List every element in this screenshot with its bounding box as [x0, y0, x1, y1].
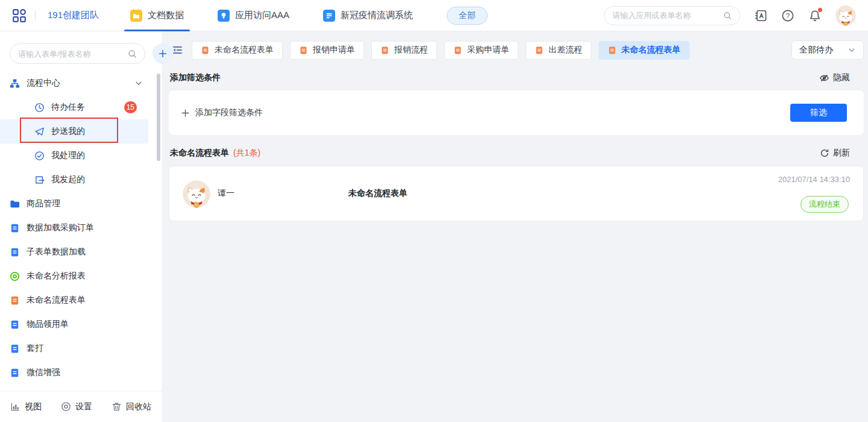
check-circle-icon	[34, 151, 45, 161]
search-icon	[128, 49, 137, 58]
notification-dot	[818, 8, 822, 12]
sidebar-item-label: 物品领用单	[27, 319, 69, 330]
clock-icon	[34, 102, 45, 113]
doc-blue-icon	[10, 247, 20, 257]
all-apps-pill[interactable]: 全部	[447, 7, 488, 25]
chevron-down-icon	[134, 79, 143, 87]
app-doc-yellow-icon	[130, 10, 142, 22]
eye-slash-icon	[819, 73, 829, 83]
trash-icon	[112, 402, 122, 412]
global-search-input[interactable]	[612, 11, 719, 20]
app-tab-covid[interactable]: 新冠疫情流调系统	[323, 0, 413, 31]
sidebar-item-label: 我处理的	[51, 150, 85, 161]
sidebar-item-folder[interactable]: 商品管理	[0, 192, 162, 216]
sidebar-scrollbar[interactable]	[157, 74, 160, 161]
sidebar-item-process-form-clipped[interactable]: 未命名流程表单	[0, 385, 162, 391]
folder-icon	[10, 199, 20, 209]
sidebar-item-report[interactable]: 未命名分析报表	[0, 264, 162, 288]
app-bulb-blue-icon	[218, 10, 230, 22]
contacts-icon[interactable]	[754, 9, 767, 22]
hide-filters-button[interactable]: 隐藏	[819, 72, 850, 83]
report-green-icon	[10, 271, 20, 282]
record-row[interactable]: 谭一 未命名流程表单 2021/07/14 14:33:10 流程结束	[169, 166, 864, 221]
sidebar-item-label: 子表单数据加载	[27, 247, 86, 257]
app-tab-docdata[interactable]: 文档数据	[130, 0, 184, 31]
sidebar-item-cc-to-me[interactable]: 抄送我的	[0, 119, 148, 143]
doc-arrow-icon	[34, 175, 45, 185]
record-status-badge: 流程结束	[800, 196, 849, 213]
form-tab[interactable]: 报销流程	[371, 41, 437, 60]
paper-plane-icon	[34, 127, 45, 137]
doc-orange-icon	[453, 46, 462, 55]
sidebar-item-todo-tasks[interactable]: 待办任务 15	[0, 95, 162, 119]
sidebar-item-form[interactable]: 套打	[0, 336, 162, 361]
doc-orange-icon	[299, 46, 308, 55]
form-tab[interactable]: 出差流程	[526, 41, 591, 60]
sidebar-item-label: 套打	[27, 343, 43, 354]
app-tab-label: 新冠疫情流调系统	[341, 10, 413, 21]
bell-icon[interactable]	[808, 9, 822, 22]
sidebar-item-process-form[interactable]: 未命名流程表单	[0, 288, 162, 312]
filter-card: 添加字段筛选条件 筛选	[169, 90, 864, 135]
record-avatar	[183, 180, 210, 208]
record-user: 谭一	[218, 166, 234, 221]
form-tab[interactable]: 采购申请单	[444, 41, 518, 60]
add-form-button[interactable]	[153, 43, 173, 64]
app-tab-label: 应用访问AAA	[235, 10, 289, 21]
record-form-title: 未命名流程表单	[348, 166, 407, 221]
menu-fold-icon[interactable]	[171, 44, 183, 56]
chevron-down-icon	[848, 46, 856, 54]
sitemap-icon	[10, 78, 20, 89]
doc-orange-icon	[535, 46, 544, 55]
sidebar-item-process-center[interactable]: 流程中心	[0, 71, 162, 95]
sidebar-item-handled-by-me[interactable]: 我处理的	[0, 143, 162, 168]
refresh-button[interactable]: 刷新	[820, 148, 850, 159]
settings-button[interactable]: 设置	[61, 402, 92, 412]
status-filter-dropdown[interactable]: 全部待办	[791, 40, 864, 60]
sidebar-search[interactable]	[10, 43, 145, 64]
sidebar-search-input[interactable]	[18, 49, 124, 58]
app-tab-access[interactable]: 应用访问AAA	[218, 0, 289, 31]
sidebar-item-label: 我发起的	[51, 174, 85, 185]
svg-text:?: ?	[786, 12, 790, 19]
sidebar-item-form[interactable]: 数据加载采购订单	[0, 216, 162, 240]
app-tab-label: 文档数据	[148, 10, 184, 21]
recycle-bin-button[interactable]: 回收站	[112, 402, 151, 412]
filter-submit-button[interactable]: 筛选	[790, 104, 847, 122]
search-icon	[723, 11, 732, 20]
sidebar-item-started-by-me[interactable]: 我发起的	[0, 168, 162, 192]
filter-section-title: 添加筛选条件	[170, 72, 221, 83]
refresh-icon	[820, 148, 829, 158]
sidebar: 流程中心 待办任务 15 抄送我的 我处理的 我发起的	[0, 31, 163, 422]
record-count: (共1条)	[233, 148, 260, 159]
gear-icon	[61, 402, 71, 412]
sidebar-item-form[interactable]: 物品领用单	[0, 312, 162, 336]
sidebar-item-form[interactable]: 微信增强	[0, 361, 162, 385]
doc-orange-icon	[380, 46, 389, 55]
add-field-filter-label: 添加字段筛选条件	[195, 107, 263, 118]
form-tab[interactable]: 报销申请单	[290, 41, 364, 60]
avatar[interactable]	[835, 5, 856, 26]
form-tab[interactable]: 未命名流程表单	[192, 41, 283, 60]
add-field-filter-button[interactable]: 添加字段筛选条件	[181, 107, 263, 118]
hide-filters-label: 隐藏	[833, 72, 850, 83]
team-name[interactable]: 191创建团队	[48, 10, 99, 21]
form-tab-bar: 未命名流程表单 报销申请单 报销流程 采购申请单 出差流程 未命名流程表单	[169, 40, 864, 60]
record-timestamp: 2021/07/14 14:33:10	[778, 175, 850, 184]
global-search[interactable]	[604, 6, 740, 25]
views-label: 视图	[25, 402, 42, 412]
divider	[35, 11, 36, 20]
doc-orange-icon	[201, 46, 210, 55]
sidebar-item-form[interactable]: 子表单数据加载	[0, 240, 162, 264]
form-tab-active[interactable]: 未命名流程表单	[599, 41, 690, 60]
app-list-blue-icon	[323, 10, 335, 22]
sidebar-footer: 视图 设置 回收站	[0, 391, 162, 422]
form-tab-label: 出差流程	[549, 45, 582, 55]
apps-grid-icon[interactable]	[12, 8, 27, 23]
doc-blue-icon	[10, 223, 20, 233]
views-button[interactable]: 视图	[10, 402, 42, 412]
sidebar-item-label: 未命名分析报表	[27, 271, 86, 282]
sidebar-item-label: 数据加载采购订单	[27, 222, 94, 233]
help-icon[interactable]: ?	[781, 9, 794, 22]
sidebar-tree: 流程中心 待办任务 15 抄送我的 我处理的 我发起的	[0, 71, 162, 391]
